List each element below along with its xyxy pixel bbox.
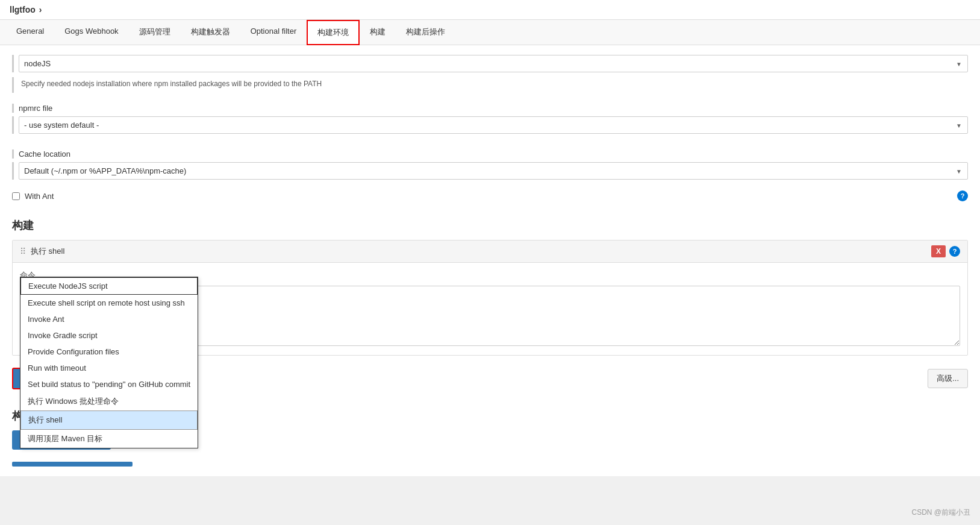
menu-item-invoke-gradle[interactable]: Invoke Gradle script [20, 327, 198, 344]
cache-label: Cache location [12, 149, 968, 159]
with-ant-label: With Ant [25, 192, 54, 201]
tab-build-trigger[interactable]: 构建触发器 [181, 20, 240, 45]
with-ant-checkbox[interactable] [12, 192, 20, 200]
build-step-title-text: 执行 shell [31, 246, 64, 257]
delete-step-button[interactable]: X [931, 245, 946, 257]
with-ant-help-icon[interactable]: ? [957, 190, 968, 201]
menu-item-execute-ssh[interactable]: Execute shell script on remote host usin… [20, 295, 198, 311]
step-help-icon[interactable]: ? [949, 246, 960, 257]
nodejs-select[interactable]: nodeJS [19, 55, 968, 72]
brand-name: llgtfoo [10, 5, 36, 14]
menu-item-config-files[interactable]: Provide Configuration files [20, 344, 198, 360]
nodejs-description: Specify needed nodejs installation where… [12, 77, 968, 93]
brand-chevron: › [39, 5, 42, 14]
npmrc-select[interactable]: - use system default - [19, 116, 968, 134]
build-step-body: 命令 Execute NodeJS script Execute shell s… [13, 263, 967, 355]
tab-gogs-webhook[interactable]: Gogs Webhook [54, 20, 128, 45]
menu-item-execute-nodejs[interactable]: Execute NodeJS script [20, 277, 198, 295]
tab-general[interactable]: General [6, 20, 54, 45]
build-step-card: ⠿ 执行 shell X ? 命令 Execute NodeJS script … [12, 240, 968, 356]
menu-item-invoke-ant[interactable]: Invoke Ant [20, 311, 198, 327]
tab-post-build[interactable]: 构建后操作 [396, 20, 455, 45]
menu-item-run-timeout[interactable]: Run with timeout [20, 360, 198, 376]
menu-item-execute-shell[interactable]: 执行 shell [20, 410, 198, 430]
menu-item-windows-batch[interactable]: 执行 Windows 批处理命令 [20, 392, 198, 410]
tab-bar: General Gogs Webhook 源码管理 构建触发器 Optional… [0, 20, 980, 45]
drag-handle-icon[interactable]: ⠿ [20, 247, 26, 256]
tab-optional-filter[interactable]: Optional filter [240, 20, 307, 45]
brand-logo: llgtfoo › [10, 5, 42, 14]
cache-select[interactable]: Default (~/.npm or %APP_DATA%\npm-cache) [19, 162, 968, 180]
menu-item-maven[interactable]: 调用顶层 Maven 目标 [20, 430, 198, 448]
menu-item-github-pending[interactable]: Set build status to "pending" on GitHub … [20, 376, 198, 392]
build-heading: 构建 [12, 218, 968, 233]
npmrc-label: npmrc file [12, 104, 968, 113]
build-step-header: ⠿ 执行 shell X ? [13, 240, 967, 263]
advanced-button[interactable]: 高级... [928, 369, 968, 388]
content-area: nodeJS Specify needed nodejs installatio… [0, 45, 980, 476]
dropdown-menu: Execute NodeJS script Execute shell scri… [20, 277, 198, 448]
tab-build-env[interactable]: 构建环境 [307, 20, 360, 45]
tab-build[interactable]: 构建 [360, 20, 396, 45]
tab-source-mgmt[interactable]: 源码管理 [129, 20, 181, 45]
